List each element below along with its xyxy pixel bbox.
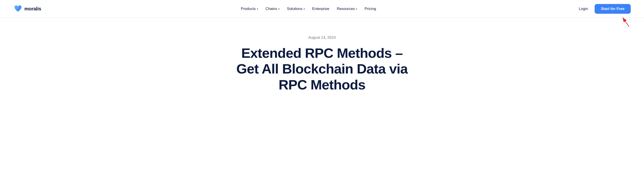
nav-resources-label: Resources	[337, 7, 355, 11]
nav-pricing-label: Pricing	[364, 7, 376, 11]
nav-resources[interactable]: Resources ▾	[334, 5, 360, 13]
nav-products-label: Products	[241, 7, 256, 11]
main-nav: Products ▾ Chains ▾ Solutions ▾ Enterpri…	[238, 5, 379, 13]
nav-pricing[interactable]: Pricing	[362, 5, 379, 13]
login-button[interactable]: Login	[576, 5, 591, 13]
article-title: Extended RPC Methods – Get All Blockchai…	[231, 45, 413, 92]
logo-text: moralis	[24, 6, 41, 12]
site-header: moralis Products ▾ Chains ▾ Solutions ▾ …	[0, 0, 644, 18]
nav-solutions-label: Solutions	[287, 7, 302, 11]
nav-products[interactable]: Products ▾	[238, 5, 261, 13]
nav-enterprise[interactable]: Enterprise	[309, 5, 332, 13]
nav-chains[interactable]: Chains ▾	[262, 5, 282, 13]
nav-enterprise-label: Enterprise	[312, 7, 329, 11]
nav-chains-chevron-icon: ▾	[278, 8, 280, 10]
nav-solutions[interactable]: Solutions ▾	[284, 5, 308, 13]
nav-chains-label: Chains	[266, 7, 277, 11]
hero-section: August 14, 2024 Extended RPC Methods – G…	[0, 18, 644, 106]
moralis-logo-icon	[13, 4, 22, 14]
article-date: August 14, 2024	[308, 36, 336, 40]
start-for-free-button[interactable]: Start for Free	[594, 4, 631, 14]
hero-content: August 14, 2024 Extended RPC Methods – G…	[0, 18, 644, 106]
logo-link[interactable]: moralis	[13, 4, 41, 14]
nav-solutions-chevron-icon: ▾	[304, 8, 305, 10]
nav-resources-chevron-icon: ▾	[356, 8, 357, 10]
nav-products-chevron-icon: ▾	[257, 8, 258, 10]
nav-actions: Login Start for Free	[576, 4, 631, 14]
